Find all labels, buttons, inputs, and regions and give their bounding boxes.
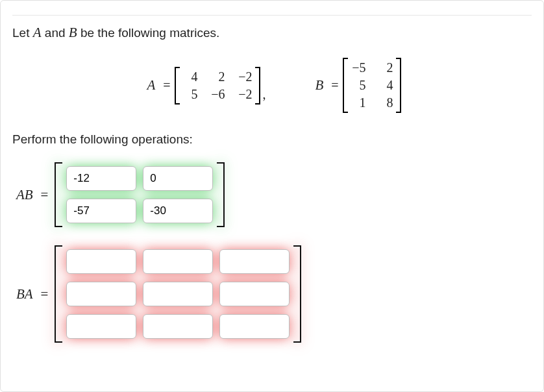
- BA-cell-0-1[interactable]: [143, 249, 213, 274]
- matrix-B: −5 2 5 4 1 8: [343, 58, 401, 113]
- A-1-1: −6: [210, 87, 225, 102]
- intro-post: be the following matrices.: [77, 26, 220, 40]
- BA-cell-1-1[interactable]: [143, 282, 213, 306]
- AB-cell-1-0[interactable]: [66, 199, 136, 223]
- AB-cell-0-1[interactable]: [143, 166, 213, 191]
- A-comma: ,: [263, 87, 266, 102]
- BA-eq: =: [41, 286, 49, 302]
- B-1-0: 5: [351, 78, 366, 93]
- bracket-right: [217, 162, 225, 227]
- BA-cell-2-0[interactable]: [66, 314, 136, 339]
- B-label: B: [315, 77, 324, 93]
- intro-pre: Let: [12, 26, 33, 40]
- def-B: B = −5 2 5 4 1 8: [312, 58, 401, 113]
- AB-cell-0-0[interactable]: [66, 166, 136, 191]
- A-0-2: −2: [237, 69, 253, 84]
- intro-mid: and: [42, 26, 69, 40]
- BA-cell-0-2[interactable]: [219, 249, 290, 274]
- AB-cell-1-1[interactable]: [143, 199, 213, 223]
- BA-matrix: [55, 245, 301, 343]
- var-B: B: [69, 25, 77, 40]
- divider: [12, 15, 532, 16]
- perform-text: Perform the following operations:: [12, 132, 532, 147]
- BA-block: BA =: [16, 245, 532, 343]
- A-0-1: 2: [210, 69, 225, 84]
- bracket-right: [255, 67, 260, 104]
- bracket-left: [55, 162, 62, 227]
- BA-var: BA: [16, 286, 33, 302]
- matrix-B-body: −5 2 5 4 1 8: [348, 58, 396, 113]
- BA-cell-0-0[interactable]: [66, 249, 136, 274]
- AB-block: AB =: [16, 162, 532, 227]
- matrix-A: 4 2 −2 5 −6 −2: [175, 67, 260, 104]
- B-0-1: 2: [378, 60, 393, 75]
- A-0-0: 4: [182, 69, 198, 84]
- question-card: Let A and B be the following matrices. A…: [0, 0, 544, 392]
- AB-var: AB: [16, 187, 33, 202]
- A-eq: =: [163, 78, 170, 93]
- BA-grid: [62, 245, 293, 343]
- matrix-A-body: 4 2 −2 5 −6 −2: [180, 67, 255, 104]
- bracket-right: [396, 58, 401, 113]
- AB-label: AB =: [16, 187, 48, 203]
- AB-grid: [62, 162, 217, 227]
- A-1-2: −2: [237, 87, 253, 102]
- B-2-0: 1: [351, 95, 366, 110]
- matrix-definitions: A = 4 2 −2 5 −6 −2 , B =: [12, 58, 532, 113]
- bracket-left: [55, 245, 62, 343]
- BA-label: BA =: [16, 286, 48, 302]
- B-eq: =: [331, 78, 338, 93]
- BA-cell-2-1[interactable]: [143, 314, 213, 339]
- A-1-0: 5: [182, 87, 198, 102]
- BA-cell-1-0[interactable]: [66, 282, 136, 306]
- B-2-1: 8: [378, 95, 393, 110]
- def-A: A = 4 2 −2 5 −6 −2 ,: [143, 67, 266, 104]
- var-A: A: [33, 25, 42, 40]
- B-0-0: −5: [351, 60, 366, 75]
- AB-matrix: [55, 162, 225, 227]
- BA-cell-2-2[interactable]: [219, 314, 290, 339]
- AB-eq: =: [41, 187, 49, 202]
- bracket-left: [343, 58, 348, 113]
- intro-text: Let A and B be the following matrices.: [12, 25, 532, 41]
- A-label: A: [147, 77, 155, 93]
- bracket-right: [293, 245, 301, 343]
- B-1-1: 4: [378, 78, 393, 93]
- BA-cell-1-2[interactable]: [219, 282, 290, 306]
- bracket-left: [175, 67, 180, 104]
